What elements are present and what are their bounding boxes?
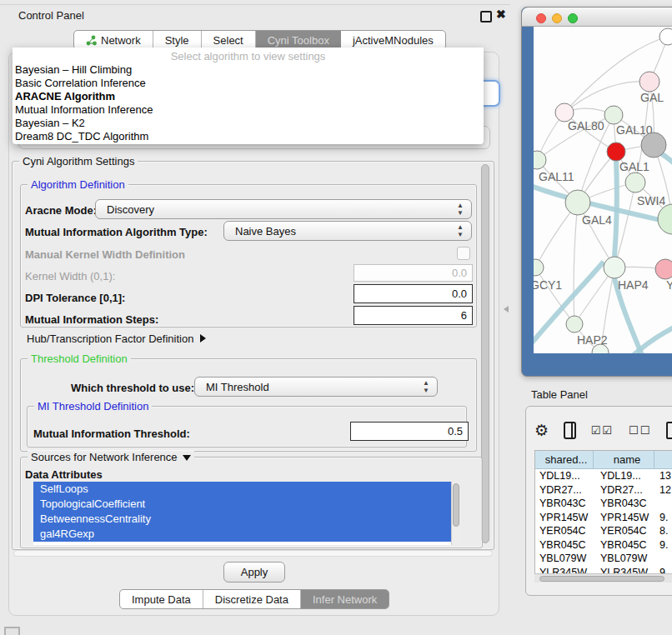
- table-cell: 9.: [654, 511, 672, 525]
- kernel-width-field[interactable]: 0.0: [354, 264, 473, 282]
- table-cell: YBR043C: [535, 497, 594, 511]
- table-panel: ⚙ ☑☑ ☐☐ shared...name YDL19...YDL19...13…: [525, 406, 672, 596]
- table-row[interactable]: YBR045CYBR045C9.: [535, 538, 672, 552]
- manual-kernel-checkbox[interactable]: [457, 247, 470, 260]
- table-cell: 9.: [654, 538, 672, 552]
- table-hscrollbar-thumb[interactable]: [539, 576, 664, 582]
- which-threshold-combobox[interactable]: MI Threshold ▲▼: [194, 377, 438, 397]
- select-all-checks-icon[interactable]: ☑☑: [591, 424, 614, 437]
- splitter-handle[interactable]: [504, 306, 509, 312]
- network-node[interactable]: [658, 204, 672, 234]
- network-edge: [614, 161, 617, 257]
- table-row[interactable]: YER054CYER054C8.: [535, 524, 672, 538]
- network-edge: [634, 323, 672, 353]
- network-node[interactable]: [659, 28, 672, 45]
- table-hscrollbar[interactable]: [534, 573, 672, 582]
- algorithm-option[interactable]: Bayesian – Hill Climbing: [13, 63, 484, 77]
- zoom-window-icon[interactable]: [568, 13, 578, 23]
- table-cell: YDR27...: [535, 483, 594, 498]
- column-header[interactable]: [654, 451, 672, 469]
- settings-hscrollbar[interactable]: [13, 550, 493, 557]
- tab-select[interactable]: Select: [202, 31, 256, 49]
- collapsed-panel-icon[interactable]: [4, 627, 20, 635]
- network-node-gal1[interactable]: [607, 142, 625, 161]
- columns-icon[interactable]: [564, 422, 576, 439]
- column-header[interactable]: name: [594, 451, 654, 469]
- node-label: SWI4: [637, 194, 665, 208]
- mi-steps-label: Mutual Information Steps:: [25, 313, 158, 326]
- close-panel-icon[interactable]: ✖: [496, 8, 506, 21]
- kernel-width-label: Kernel Width (0,1):: [25, 270, 115, 282]
- network-node-gal10[interactable]: [604, 106, 623, 124]
- tab-cyni-toolbox[interactable]: Cyni Toolbox: [256, 31, 341, 49]
- network-node-gcy1[interactable]: [534, 259, 544, 276]
- data-attributes-list: SelfLoopsTopologicalCoefficientBetweenne…: [33, 482, 460, 545]
- algorithm-option[interactable]: Dream8 DC_TDC Algorithm: [13, 130, 484, 143]
- combobox-arrows-icon: ▲▼: [423, 379, 429, 394]
- network-node-gal4[interactable]: [565, 190, 590, 215]
- tab-network[interactable]: Network: [74, 31, 153, 49]
- which-threshold-label: Which threshold to use:: [71, 382, 194, 394]
- network-window-titlebar[interactable]: [522, 8, 672, 27]
- network-window: GALGAL80GAL10GAL1GAL11SWI4GAL4GCY1HAP4YH…: [521, 7, 672, 377]
- close-window-icon[interactable]: [536, 13, 546, 23]
- mi-threshold-field[interactable]: 0.5: [350, 422, 469, 441]
- attribute-item[interactable]: BetweennessCentrality: [33, 512, 460, 527]
- table-panel-title: Table Panel: [531, 388, 588, 401]
- attributes-scrollbar-thumb[interactable]: [453, 483, 459, 527]
- node-label: HAP4: [618, 278, 649, 292]
- attribute-item[interactable]: gal4RGexp: [33, 527, 460, 542]
- table-cell: YPR145W: [535, 511, 594, 525]
- table-row[interactable]: YBL079WYBL079W: [535, 552, 672, 566]
- algorithm-option[interactable]: Basic Correlation Inference: [13, 77, 484, 90]
- table-cell: YER054C: [594, 524, 654, 538]
- network-node-hap2[interactable]: [566, 316, 583, 332]
- algorithm-option[interactable]: Mutual Information Inference: [13, 103, 484, 117]
- gear-icon[interactable]: ⚙: [534, 422, 549, 438]
- aracne-mode-combobox[interactable]: Discovery ▲▼: [95, 199, 472, 219]
- table-cell: YBL079W: [535, 552, 594, 566]
- bottom-tab-discretize-data[interactable]: Discretize Data: [203, 590, 301, 608]
- table-cell: YBL079W: [594, 552, 654, 566]
- mi-type-combobox[interactable]: Naive Bayes ▲▼: [223, 221, 472, 241]
- network-node-gal[interactable]: [639, 72, 659, 92]
- apply-button[interactable]: Apply: [223, 562, 285, 582]
- export-table-icon[interactable]: [666, 422, 672, 439]
- hub-definition-toggle[interactable]: Hub/Transcription Factor Definition: [27, 332, 206, 345]
- network-node-hap4[interactable]: [604, 257, 625, 278]
- bottom-tab-label: Impute Data: [132, 593, 191, 606]
- float-panel-icon[interactable]: [480, 11, 492, 22]
- attribute-item[interactable]: SelfLoops: [33, 482, 460, 497]
- algorithm-option[interactable]: Bayesian – K2: [13, 117, 484, 130]
- network-node-y[interactable]: [655, 259, 672, 279]
- network-canvas[interactable]: GALGAL80GAL10GAL1GAL11SWI4GAL4GCY1HAP4YH…: [534, 27, 672, 353]
- network-icon: [86, 35, 97, 46]
- network-node[interactable]: [641, 132, 666, 158]
- column-header[interactable]: shared...: [535, 451, 594, 469]
- table-row[interactable]: YPR145WYPR145W9.: [535, 511, 672, 525]
- algorithm-option[interactable]: ARACNE Algorithm: [13, 90, 484, 103]
- app-root: Control Panel ✖ NetworkStyleSelectCyni T…: [0, 0, 672, 635]
- node-label: GAL11: [539, 170, 574, 183]
- table-cell: YBR043C: [594, 497, 654, 511]
- deselect-all-checks-icon[interactable]: ☐☐: [629, 424, 651, 437]
- tab-style[interactable]: Style: [153, 31, 202, 49]
- bottom-tab-infer-network[interactable]: Infer Network: [301, 590, 389, 608]
- bottom-tab-impute-data[interactable]: Impute Data: [120, 590, 203, 608]
- network-node-swi4[interactable]: [625, 172, 645, 192]
- table-row[interactable]: YBR043CYBR043C: [535, 497, 672, 511]
- attribute-item[interactable]: TopologicalCoefficient: [33, 497, 460, 512]
- tab-label: Cyni Toolbox: [268, 34, 329, 47]
- tab-jactivemnodules[interactable]: jActiveMNodules: [341, 31, 445, 49]
- dpi-tolerance-field[interactable]: 0.0: [354, 284, 473, 303]
- expanded-arrow-icon: [183, 455, 191, 461]
- attributes-scrollbar[interactable]: [451, 482, 460, 545]
- table-row[interactable]: YDL19...YDL19...13: [535, 469, 672, 483]
- dpi-tolerance-label: DPI Tolerance [0,1]:: [25, 292, 125, 304]
- table-row[interactable]: YDR27...YDR27...12: [535, 483, 672, 498]
- network-node-gal11[interactable]: [534, 151, 546, 169]
- table-cell: YER054C: [535, 524, 594, 538]
- minimize-window-icon[interactable]: [552, 13, 562, 23]
- panel-top-border: [0, 4, 510, 5]
- mi-steps-field[interactable]: 6: [354, 306, 473, 325]
